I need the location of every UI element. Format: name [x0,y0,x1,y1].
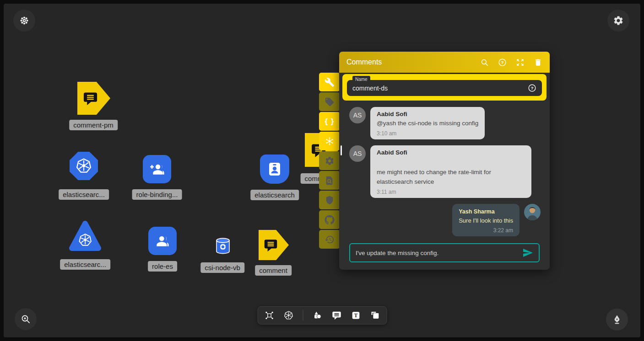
node-label: elasticsearc... [60,259,110,270]
help-icon[interactable]: ? [498,58,507,67]
node-label: role-es [148,261,177,272]
message-text: Sure I'll look into this [459,216,513,225]
message-text: me might need to change the rate-limit f… [377,168,525,186]
user-photo [524,204,541,220]
k8s-triangle-icon [67,219,103,254]
message-author: Aabid Sofi [377,149,525,156]
comment-tool-icon[interactable] [331,310,341,320]
node-label: comment-pm [69,120,118,130]
group-add-icon [148,160,166,178]
node-csi-node-vb[interactable] [215,237,231,255]
avatar: AS [349,145,366,162]
svg-text:T: T [354,312,357,319]
braces-icon: { } [325,117,335,126]
storage-cylinder-icon [215,237,231,255]
message-text: @yash the csi-node is missing config [377,119,478,128]
name-field-label: Name [352,76,370,83]
toolbar-divider [303,310,303,321]
people-icon [153,232,172,250]
comment-shape-icon [82,91,98,107]
message-row: Yash Sharma Sure I'll look into this 3:2… [349,204,541,237]
relationship-graph-icon[interactable] [264,310,274,320]
toolbar-github-button[interactable] [319,210,340,229]
trash-icon[interactable] [534,58,542,67]
name-help-button[interactable]: ? [528,84,536,92]
node-label: csi-node-vb [200,262,244,273]
avatar-photo [524,204,541,220]
pen-nib-icon [612,314,622,325]
history-icon [325,234,335,245]
toolbar-braces-button[interactable]: { } [319,112,340,131]
zoom-in-button[interactable] [15,308,37,330]
sticky-note-icon[interactable] [370,310,380,320]
help-icon: ? [528,84,536,92]
settings-button[interactable] [607,10,629,32]
message-bubble: Aabid Sofi @yash the csi-node is missing… [370,107,485,139]
message-row: AS Aabid Sofi @yash the csi-node is miss… [349,107,541,139]
fullscreen-icon[interactable] [516,58,525,67]
composer-row [339,241,550,270]
message-list[interactable]: AS Aabid Sofi @yash the csi-node is miss… [339,101,550,241]
toolbar-hub-button[interactable] [319,132,340,150]
node-action-toolbar: { } [319,73,340,250]
message-row: AS Aabid Sofi me might need to change th… [349,145,541,198]
panel-title: Comments [346,58,382,66]
message-author: Yash Sharma [459,208,513,215]
zoom-in-icon [20,314,31,325]
message-bubble: Aabid Sofi me might need to change the r… [370,145,531,198]
toolbar-doc-search-button[interactable] [319,171,340,190]
toolbar-wrench-button[interactable] [319,73,340,91]
message-author: Aabid Sofi [377,111,478,117]
comments-panel: Comments ? Name ? [339,52,550,270]
message-time: 3:11 am [377,189,525,195]
shield-icon [325,195,335,205]
name-field-section: Name ? [342,74,547,101]
message-input[interactable] [356,250,518,256]
node-label: elasticsearc... [59,189,109,200]
avatar: AS [349,107,366,123]
shapes-icon[interactable] [312,310,322,320]
node-elasticsearch-badge[interactable] [260,155,289,184]
hub-icon [325,136,335,146]
panel-scrollbar-thumb[interactable] [341,145,342,155]
kubernetes-icon [75,157,92,175]
github-icon [325,215,335,225]
node-elasticsearch-triangle[interactable] [67,219,103,254]
toolbar-shield-button[interactable] [319,191,340,209]
gear-icon [325,156,335,166]
node-role-binding[interactable] [143,155,171,183]
svg-text:?: ? [530,85,533,91]
comment-shape-icon [263,238,278,253]
gear-icon [613,15,624,26]
service-account-badge-icon [265,160,284,178]
send-icon[interactable] [522,247,533,258]
message-composer[interactable] [349,243,540,262]
svg-text:?: ? [501,59,503,64]
node-label: elasticsearch [250,190,299,200]
name-input[interactable] [352,85,528,92]
wrench-icon [325,77,335,87]
text-tool-icon[interactable]: T [351,310,361,320]
message-bubble: Yash Sharma Sure I'll look into this 3:2… [452,204,520,237]
canvas-tools-toolbar: T [257,306,387,325]
message-time: 3:10 am [377,130,478,137]
comments-panel-header[interactable]: Comments ? [339,52,550,73]
flower-gear-icon [19,15,30,26]
tag-icon [325,97,335,107]
toolbar-history-button[interactable] [319,230,340,249]
app-logo-button[interactable] [13,10,35,32]
node-role-es[interactable] [148,227,177,255]
kubernetes-icon[interactable] [283,310,293,320]
toolbar-tag-button[interactable] [319,92,340,111]
node-label: role-binding... [132,189,182,200]
message-time: 3:22 am [459,227,513,234]
toolbar-gear-button[interactable] [319,151,340,170]
doc-search-icon [325,176,335,186]
pen-tool-button[interactable] [606,309,628,330]
node-label: comment [255,265,292,276]
search-icon[interactable] [480,58,489,67]
